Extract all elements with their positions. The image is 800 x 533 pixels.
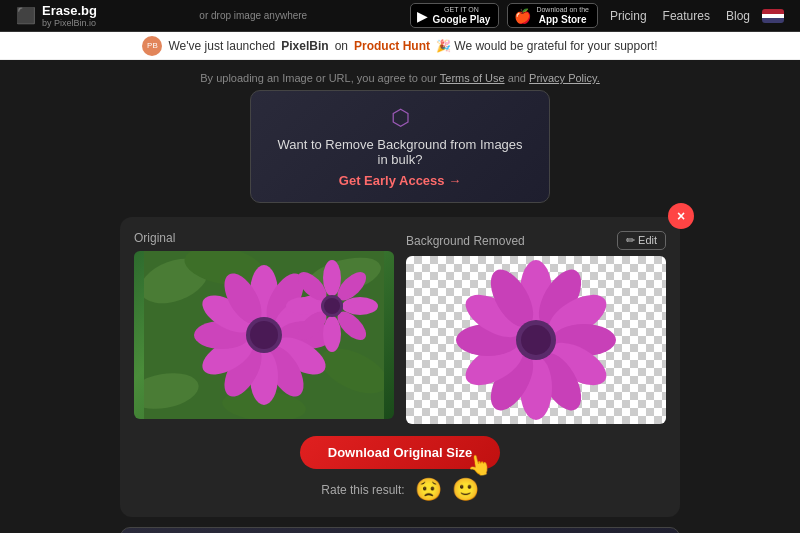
- features-link[interactable]: Features: [659, 9, 714, 23]
- upload-hint-text: By uploading an Image or URL, you agree …: [200, 72, 437, 84]
- removed-column: Background Removed ✏ Edit: [406, 231, 666, 424]
- rate-text: Rate this result:: [321, 483, 404, 497]
- google-play-top: GET IT ON: [433, 6, 491, 14]
- edit-button[interactable]: ✏ Edit: [617, 231, 666, 250]
- google-play-button[interactable]: ▶ GET IT ON Google Play: [410, 3, 500, 28]
- original-column: Original: [134, 231, 394, 424]
- svg-point-27: [286, 297, 322, 315]
- upload-hint: By uploading an Image or URL, you agree …: [200, 72, 600, 84]
- original-label-text: Original: [134, 231, 175, 245]
- app-store-label: App Store: [536, 14, 589, 25]
- and-text: and: [508, 72, 526, 84]
- drop-hint: or drop image anywhere: [199, 10, 307, 21]
- product-hunt-banner: PB We've just launched PixelBin on Produ…: [0, 32, 800, 60]
- svg-point-23: [342, 297, 378, 315]
- removed-image: [406, 256, 666, 424]
- cursor-icon: 👆: [465, 451, 494, 479]
- bulk-icon: ⬡: [275, 105, 525, 131]
- download-button[interactable]: Download Original Size 👆: [300, 436, 500, 469]
- ph-text-mid: on: [335, 39, 348, 53]
- removed-label-row: Background Removed ✏ Edit: [406, 231, 666, 250]
- erase-icon: ⬛: [16, 6, 36, 25]
- download-button-label: Download Original Size: [328, 445, 472, 460]
- svg-point-44: [521, 325, 551, 355]
- logo-text: Erase.bg: [42, 3, 97, 18]
- result-section: × Original: [120, 217, 680, 517]
- original-image: [134, 251, 394, 419]
- result-columns: Original: [134, 231, 666, 424]
- language-selector[interactable]: [762, 9, 784, 23]
- apple-icon: 🍎: [514, 8, 531, 24]
- app-store-top: Download on the: [536, 6, 589, 14]
- neutral-emoji[interactable]: 🙂: [452, 477, 479, 503]
- download-section: Download Original Size 👆 Rate this resul…: [134, 436, 666, 503]
- google-play-label: Google Play: [433, 14, 491, 25]
- google-play-icon: ▶: [417, 8, 428, 24]
- main-content: By uploading an Image or URL, you agree …: [0, 60, 800, 533]
- privacy-link[interactable]: Privacy Policy.: [529, 72, 600, 84]
- header: ⬛ Erase.bg by PixelBin.io or drop image …: [0, 0, 800, 32]
- ph-product-hunt[interactable]: Product Hunt: [354, 39, 430, 53]
- pricing-link[interactable]: Pricing: [606, 9, 651, 23]
- removed-label-text: Background Removed: [406, 234, 525, 248]
- ph-text-before: We've just launched: [168, 39, 275, 53]
- ph-brand: PixelBin: [281, 39, 328, 53]
- svg-point-30: [324, 298, 340, 314]
- original-flower-svg: [144, 251, 384, 419]
- blog-link[interactable]: Blog: [722, 9, 754, 23]
- svg-point-25: [323, 316, 341, 352]
- bulk-cta[interactable]: Get Early Access →: [275, 173, 525, 188]
- app-store-button[interactable]: 🍎 Download on the App Store: [507, 3, 598, 28]
- original-label: Original: [134, 231, 394, 245]
- logo: ⬛ Erase.bg by PixelBin.io: [16, 3, 97, 28]
- sad-emoji[interactable]: 😟: [415, 477, 442, 503]
- close-button[interactable]: ×: [668, 203, 694, 229]
- svg-point-21: [323, 260, 341, 296]
- bottom-bulk-banner: ⬡ Want to Remove Background from Images …: [120, 527, 680, 533]
- bulk-promo-banner: ⬡ Want to Remove Background from Images …: [250, 90, 550, 203]
- removed-flower-svg: [406, 256, 666, 424]
- terms-link[interactable]: Terms of Use: [440, 72, 505, 84]
- bulk-title: Want to Remove Background from Images in…: [275, 137, 525, 167]
- rating-row: Rate this result: 😟 🙂: [321, 477, 478, 503]
- logo-sub: by PixelBin.io: [42, 18, 97, 28]
- flower-background: [134, 251, 394, 419]
- svg-point-20: [250, 321, 278, 349]
- ph-text-after: 🎉 We would be grateful for your support!: [436, 39, 658, 53]
- ph-avatar: PB: [142, 36, 162, 56]
- flag-icon: [762, 9, 784, 23]
- header-right: ▶ GET IT ON Google Play 🍎 Download on th…: [410, 3, 784, 28]
